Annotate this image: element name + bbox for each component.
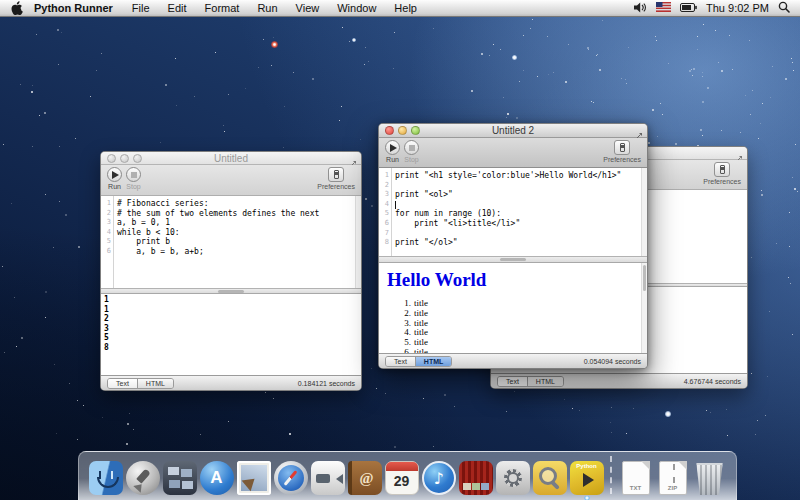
star	[394, 446, 396, 448]
output-pane[interactable]: Hello World 1.title2.title3.title4.title…	[379, 263, 647, 353]
text-tab[interactable]: Text	[386, 357, 416, 366]
window-untitled-2-titlebar[interactable]: Untitled 2	[379, 124, 647, 138]
preferences-control: Preferences	[703, 162, 741, 185]
battery-icon[interactable]	[680, 2, 697, 14]
stop-button[interactable]	[126, 167, 141, 182]
dock-item-txt-file[interactable]: TXT	[617, 461, 654, 495]
star	[471, 90, 473, 92]
star	[283, 147, 284, 148]
star	[792, 334, 793, 335]
star	[715, 30, 716, 31]
star	[750, 114, 751, 115]
run-label: Run	[386, 156, 399, 163]
editor-scrollbar[interactable]	[355, 196, 361, 288]
star	[707, 87, 709, 89]
dock-item-mail[interactable]	[235, 461, 272, 495]
star	[65, 214, 67, 216]
code-editor[interactable]: 12345678print "<h1 style='color:blue'>He…	[379, 168, 647, 256]
horizontal-scroll-thumb[interactable]	[500, 258, 526, 261]
input-source-flag-icon[interactable]	[656, 2, 671, 14]
spotlight-icon[interactable]	[778, 1, 790, 15]
run-button[interactable]	[107, 167, 122, 182]
line-number: 6	[101, 247, 113, 257]
python-label: Python	[570, 463, 604, 469]
html-tab[interactable]: HTML	[138, 379, 173, 388]
menu-clock[interactable]: Thu 9:02 PM	[706, 2, 769, 14]
play-icon	[390, 144, 397, 152]
run-label: Run	[108, 183, 121, 190]
code-editor[interactable]: 123456# Fibonacci series:# the sum of tw…	[101, 196, 361, 288]
star	[660, 103, 661, 104]
dock-item-photobooth[interactable]	[457, 461, 494, 495]
window-untitled-titlebar[interactable]: Untitled	[101, 152, 361, 165]
star	[621, 78, 622, 79]
apple-menu-icon[interactable]	[0, 1, 32, 15]
stop-button[interactable]	[404, 140, 419, 155]
dock-item-finder[interactable]	[87, 461, 124, 495]
horizontal-scroll-thumb[interactable]	[218, 290, 244, 293]
menu-edit[interactable]: Edit	[159, 2, 196, 14]
star	[423, 398, 424, 399]
dock-item-safari[interactable]	[272, 461, 309, 495]
preferences-button[interactable]	[714, 162, 730, 177]
dock-item-sysprefs[interactable]	[494, 461, 531, 495]
editor-scrollbar[interactable]	[641, 168, 647, 256]
menu-window[interactable]: Window	[328, 2, 385, 14]
star	[532, 19, 533, 20]
app-menu-title[interactable]: Python Runner	[32, 2, 123, 14]
star	[352, 38, 356, 42]
dock-item-appstore[interactable]	[198, 461, 235, 495]
stop-label: Stop	[404, 156, 418, 163]
menu-view[interactable]: View	[287, 2, 329, 14]
dock-item-facetime[interactable]	[309, 461, 346, 495]
star	[729, 35, 730, 36]
output-scrollbar[interactable]	[641, 263, 647, 353]
star	[77, 400, 78, 401]
star	[312, 78, 314, 80]
play-icon	[112, 171, 119, 179]
dock-item-missioncontrol[interactable]	[161, 461, 198, 495]
star	[133, 429, 134, 430]
star	[223, 125, 224, 126]
star	[516, 117, 518, 119]
dock: 29PythonTXTZIP	[78, 451, 737, 500]
line-number: 7	[379, 229, 391, 239]
code-line: a, b = 0, 1	[117, 218, 361, 228]
code-line: print "<h1 style='color:blue'>Hello Worl…	[395, 171, 647, 181]
text-tab[interactable]: Text	[498, 377, 528, 386]
pane-splitter[interactable]	[379, 256, 647, 263]
dock-item-launchpad[interactable]	[124, 461, 161, 495]
menu-help[interactable]: Help	[385, 2, 426, 14]
text-tab[interactable]: Text	[108, 379, 138, 388]
dock-item-contacts[interactable]	[346, 461, 383, 495]
star	[273, 37, 274, 38]
dock-item-utility[interactable]	[531, 461, 568, 495]
star	[53, 247, 54, 248]
output-pane[interactable]: 1 1 2 3 5 8	[101, 294, 361, 375]
dock-item-itunes[interactable]	[420, 461, 457, 495]
star	[633, 408, 634, 409]
volume-icon[interactable]	[634, 2, 647, 15]
dock-item-zip-file[interactable]: ZIP	[654, 461, 691, 495]
run-button[interactable]	[385, 140, 400, 155]
menu-file[interactable]: File	[123, 2, 159, 14]
star	[755, 434, 756, 435]
code-line: print "</ol>"	[395, 238, 647, 248]
menu-format[interactable]: Format	[196, 2, 249, 14]
html-tab[interactable]: HTML	[528, 377, 563, 386]
dock-item-trash[interactable]	[691, 461, 728, 495]
star	[245, 88, 246, 89]
dock-item-ical[interactable]: 29	[383, 461, 420, 495]
menu-run[interactable]: Run	[248, 2, 286, 14]
preferences-button[interactable]	[614, 140, 630, 155]
star	[126, 443, 128, 445]
preferences-button[interactable]	[328, 167, 344, 182]
star	[626, 433, 627, 434]
star	[757, 420, 758, 421]
list-item: 1.title	[399, 299, 639, 309]
dock-item-python-runner[interactable]: Python	[568, 461, 605, 495]
scroll-thumb[interactable]	[643, 265, 646, 291]
html-tab[interactable]: HTML	[416, 357, 451, 366]
appstore-icon	[200, 461, 234, 495]
star	[56, 433, 57, 434]
